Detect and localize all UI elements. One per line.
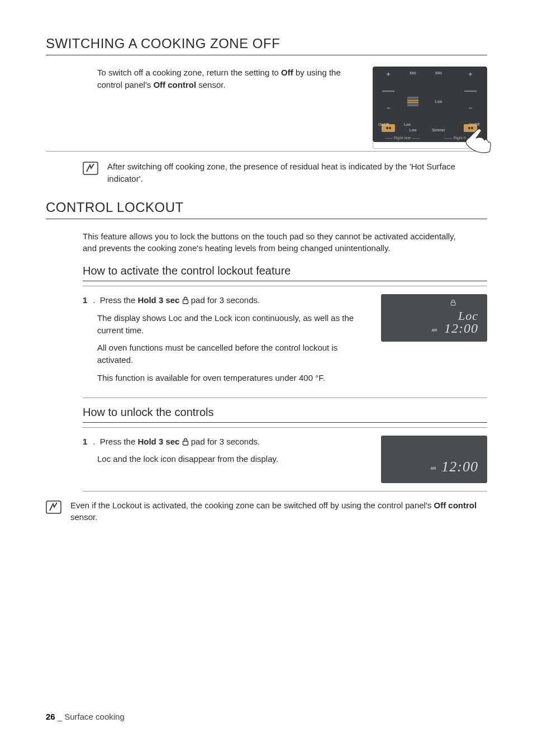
display-time-only: 12:00 [441, 459, 478, 475]
activate-step1: 1. Press the Hold 3 sec pad for 3 second… [83, 294, 369, 306]
activate-line3: All oven functions must be cancelled bef… [97, 342, 369, 366]
svg-rect-2 [451, 303, 455, 306]
unlock-step1: 1. Press the Hold 3 sec pad for 3 second… [83, 436, 369, 448]
display-am: AM [431, 328, 437, 333]
switch-off-text: To switch off a cooking zone, return the… [97, 67, 363, 142]
activate-step-row: 1. Press the Hold 3 sec pad for 3 second… [83, 286, 487, 398]
page-footer: 26_ Surface cooking [46, 712, 125, 721]
note-lockout-off: Even if the Lockout is activated, the co… [46, 499, 487, 524]
unlock-step-row: 1. Press the Hold 3 sec pad for 3 second… [83, 427, 487, 492]
lock-icon-small [450, 300, 456, 308]
lock-icon [182, 438, 189, 446]
pointing-hand-icon [461, 122, 493, 154]
switch-off-row: To switch off a cooking zone, return the… [46, 67, 487, 152]
oven-display-locked: Loc AM 12:00 [381, 294, 487, 342]
display-am2: AM [430, 466, 436, 471]
heading-switching-off: SWITCHING A COOKING ZONE OFF [46, 36, 487, 55]
note-hot-surface: After switching off cooking zone, the pr… [46, 160, 487, 185]
subheading-activate: How to activate the control lockout feat… [83, 264, 487, 281]
svg-rect-0 [83, 162, 98, 174]
svg-rect-1 [183, 300, 188, 304]
display-time: 12:00 [444, 321, 478, 336]
lockout-intro: This feature allows you to lock the butt… [83, 230, 465, 255]
lock-icon [182, 296, 189, 304]
heading-control-lockout: CONTROL LOCKOUT [46, 200, 487, 219]
activate-line2: The display shows Loc and the Lock icon … [97, 312, 369, 337]
unlock-line2: Loc and the lock icon disappear from the… [97, 453, 369, 465]
activate-line4: This function is available for oven temp… [97, 372, 369, 384]
subheading-unlock: How to unlock the controls [83, 406, 487, 423]
svg-rect-3 [183, 441, 188, 445]
svg-rect-4 [46, 501, 61, 513]
note-icon [83, 162, 98, 175]
note-icon [46, 500, 61, 514]
oven-display-unlocked: AM 12:00 [381, 436, 487, 483]
